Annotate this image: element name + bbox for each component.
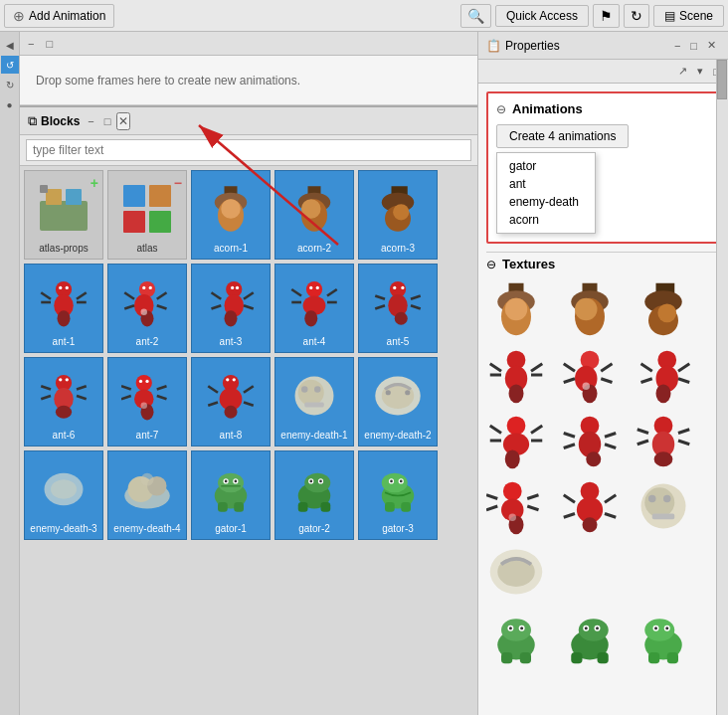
block-item-gator-1[interactable]: gator-1 [191, 450, 271, 540]
svg-line-188 [678, 430, 689, 434]
acorn-2-sprite [288, 183, 340, 235]
animations-collapse-button[interactable]: ⊖ [496, 102, 506, 116]
svg-line-62 [375, 296, 385, 299]
svg-line-181 [605, 434, 616, 438]
svg-rect-2 [40, 201, 88, 231]
properties-minimize[interactable]: − [670, 38, 684, 53]
block-item-acorn-3[interactable]: acorn-3 [358, 170, 438, 260]
svg-line-65 [411, 305, 421, 308]
dropdown-item-enemy-death[interactable]: enemy-death [497, 193, 595, 211]
sprite-acorn-b [560, 279, 620, 339]
animations-section: ⊖ Animations Create 4 animations gator a… [486, 91, 720, 244]
scene-icon: ▤ [664, 9, 675, 23]
block-item-gator-3[interactable]: gator-3 [358, 450, 438, 540]
scrollbar-thumb[interactable] [717, 60, 727, 99]
svg-point-197 [509, 514, 517, 522]
panel-minimize-button[interactable]: − [24, 37, 38, 51]
block-item-ant-8[interactable]: ant-8 [191, 357, 271, 447]
add-animation-label: Add Animation [29, 9, 105, 23]
quick-access-button[interactable]: Quick Access [495, 5, 589, 27]
svg-rect-214 [501, 652, 512, 663]
sidebar-icon-1[interactable]: ◀ [1, 36, 19, 54]
block-label-enemy-death-2: enemy-death-2 [364, 430, 431, 442]
dropdown-item-acorn[interactable]: acorn [497, 211, 595, 229]
panel-toolbar: − □ [20, 32, 477, 56]
block-item-enemy-death-4[interactable]: enemy-death-4 [107, 450, 187, 540]
sprite-ant-b [560, 345, 620, 405]
properties-close[interactable]: ✕ [703, 38, 720, 53]
dropdown-item-ant[interactable]: ant [497, 175, 595, 193]
sprite-enemy-b [486, 542, 546, 602]
block-item-enemy-death-2[interactable]: enemy-death-2 [358, 357, 438, 447]
block-label-acorn-1: acorn-1 [214, 243, 248, 255]
refresh-button[interactable]: ↻ [624, 4, 649, 28]
block-img-ant-4 [284, 272, 344, 332]
sprite-cell-ant-b [560, 345, 620, 405]
block-item-acorn-2[interactable]: acorn-2 [274, 170, 354, 260]
blocks-header-minimize[interactable]: − [84, 112, 97, 130]
sprite-ant-e [560, 411, 620, 470]
prop-panel-btn-2[interactable]: ▾ [693, 64, 707, 79]
properties-icon: 📋 [486, 39, 501, 53]
svg-point-126 [319, 480, 322, 483]
search-button[interactable]: 🔍 [460, 4, 491, 28]
block-item-gator-2[interactable]: gator-2 [274, 450, 354, 540]
sidebar-icon-2[interactable]: ↺ [1, 56, 19, 74]
block-label-ant-8: ant-8 [220, 430, 243, 442]
block-item-ant-6[interactable]: ant-6 [24, 357, 103, 447]
sidebar-icon-3[interactable]: ↻ [1, 76, 19, 93]
block-item-ant-1[interactable]: ant-1 [24, 264, 103, 353]
block-item-ant-7[interactable]: ant-7 [107, 357, 187, 447]
add-animation-button[interactable]: ⊕ Add Animation [4, 4, 114, 28]
dropdown-item-gator[interactable]: gator [497, 157, 595, 175]
block-item-enemy-death-3[interactable]: enemy-death-3 [24, 450, 103, 540]
svg-point-104 [405, 390, 410, 395]
block-label-ant-6: ant-6 [53, 430, 76, 442]
svg-line-152 [531, 364, 542, 372]
prop-panel-btn-1[interactable]: ↗ [674, 64, 691, 79]
svg-line-166 [641, 379, 652, 383]
svg-line-179 [564, 434, 575, 438]
svg-point-70 [56, 406, 72, 419]
block-item-ant-2[interactable]: ant-2 [107, 264, 187, 353]
svg-rect-209 [652, 514, 675, 520]
panel-maximize-button[interactable]: □ [42, 37, 57, 51]
blocks-filter-area [20, 135, 477, 166]
blocks-header-maximize[interactable]: □ [100, 112, 115, 130]
block-item-acorn-1[interactable]: acorn-1 [191, 170, 271, 260]
sprite-gator-c [634, 608, 693, 667]
svg-point-76 [66, 378, 69, 381]
block-item-ant-5[interactable]: ant-5 [358, 264, 438, 353]
block-item-ant-3[interactable]: ant-3 [191, 264, 271, 353]
block-label-ant-4: ant-4 [303, 336, 326, 348]
block-item-atlas-props[interactable]: atlas-props + [24, 170, 103, 260]
block-item-atlas[interactable]: atlas − [107, 170, 187, 260]
create-animations-button[interactable]: Create 4 animations [496, 124, 629, 148]
svg-line-180 [564, 445, 575, 448]
svg-rect-100 [304, 403, 324, 408]
block-item-enemy-death-1[interactable]: enemy-death-1 [274, 357, 354, 447]
right-panel: 📋 Properties − □ ✕ ↗ ▾ □ ⊖ Animations Cr… [477, 32, 728, 715]
scene-button[interactable]: ▤ Scene [653, 5, 724, 27]
blocks-close-button[interactable]: ✕ [116, 112, 130, 130]
svg-point-13 [221, 199, 241, 219]
blocks-grid-container[interactable]: atlas-props + atla [20, 166, 477, 715]
texture-collapse-button[interactable]: ⊖ [486, 258, 496, 271]
svg-rect-122 [321, 502, 331, 512]
sidebar-icon-4[interactable]: ● [1, 95, 19, 113]
flag-button[interactable]: ⚑ [593, 4, 620, 28]
svg-line-174 [531, 426, 542, 434]
svg-point-218 [509, 626, 512, 629]
sprite-cell-gator-c [634, 608, 693, 667]
svg-line-71 [41, 386, 51, 389]
properties-maximize[interactable]: □ [686, 38, 701, 53]
svg-line-53 [291, 289, 301, 296]
svg-line-196 [527, 506, 538, 510]
svg-line-36 [157, 292, 167, 299]
svg-point-52 [304, 310, 317, 326]
right-scrollbar[interactable] [716, 60, 728, 715]
atlas-sprite [119, 181, 175, 237]
block-item-ant-4[interactable]: ant-4 [274, 264, 354, 353]
blocks-filter-input[interactable] [26, 139, 471, 161]
create-animations-dropdown[interactable]: gator ant enemy-death acorn [496, 152, 596, 234]
